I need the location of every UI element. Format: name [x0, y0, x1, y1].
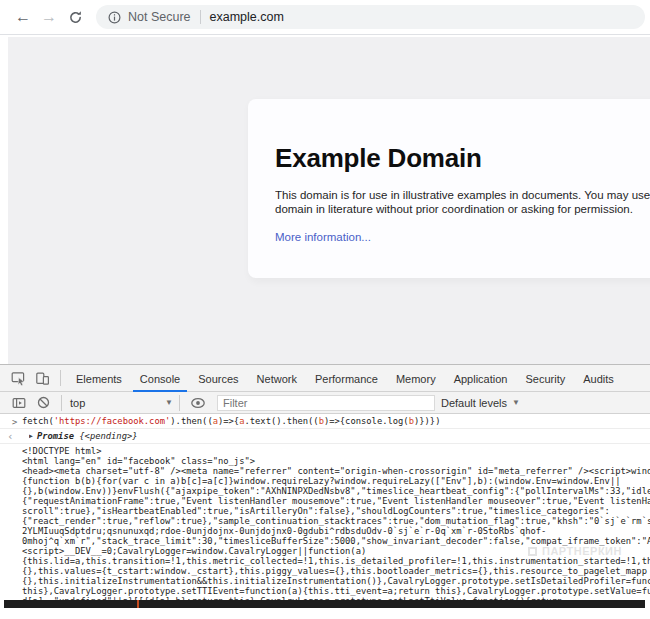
page-viewport: Example Domain This domain is for use in…: [0, 35, 650, 364]
page-paragraph: This domain is for use in illustrative e…: [275, 189, 650, 216]
watermark: ПАРТНЕРКИН: [528, 545, 622, 557]
result-pending-preview: {<pending>}: [79, 432, 137, 441]
console-return-icon: ‹: [7, 430, 14, 443]
tab-performance[interactable]: Performance: [306, 365, 387, 392]
bottom-bar-tick: [137, 600, 139, 608]
address-bar[interactable]: Not Secure example.com: [96, 5, 645, 29]
console-sidebar-icon[interactable]: [7, 391, 31, 415]
more-information-link[interactable]: More information...: [275, 231, 371, 243]
info-icon[interactable]: [108, 11, 121, 24]
tab-security[interactable]: Security: [516, 365, 574, 392]
console-prompt-icon: >: [12, 417, 17, 427]
context-selector-value: top: [70, 397, 85, 409]
page-title: Example Domain: [275, 143, 650, 174]
paragraph-line: This domain is for use in illustrative e…: [275, 189, 650, 203]
watermark-text: ПАРТНЕРКИН: [542, 545, 622, 557]
tab-memory[interactable]: Memory: [387, 365, 445, 392]
context-selector[interactable]: top ▼: [70, 397, 173, 409]
tab-elements[interactable]: Elements: [67, 365, 131, 392]
console-log-line: {},this.values={t_cstart:window._cstart}…: [22, 566, 650, 576]
console-log-line: this},CavalryLogger.prototype.setTTIEven…: [22, 586, 650, 596]
reload-icon-glyph: [68, 10, 83, 25]
expand-triangle-icon[interactable]: ▶: [29, 432, 33, 440]
console-log-line: {"react_render":true,"reflow":true},"sam…: [22, 516, 650, 526]
command-token-code: .text().then((: [244, 417, 318, 426]
address-bar-separator: [200, 10, 201, 24]
tab-sources[interactable]: Sources: [189, 365, 247, 392]
console-input-entry[interactable]: > fetch('https://facebook.com').then((a)…: [0, 414, 650, 429]
command-token-str: 'https://facebook.com': [54, 417, 171, 426]
chevron-down-icon: ▼: [165, 398, 173, 407]
command-token-code: ).then((: [170, 417, 212, 426]
console-result-entry[interactable]: ‹ ▶Promise {<pending>}: [0, 429, 650, 444]
back-icon[interactable]: ←: [10, 4, 36, 30]
console-log-line: {"requestAnimationFrame":true,"Event lis…: [22, 496, 650, 506]
console-command: fetch('https://facebook.com').then((a)=>…: [22, 417, 648, 426]
console-log-line: scroll":true},"isHeartbeatEnabled":true,…: [22, 506, 650, 516]
command-token-code: )=>{console.log(: [324, 417, 409, 426]
toolbar-separator: [179, 395, 180, 411]
console-log-line: <!DOCTYPE html>: [22, 446, 650, 456]
devtools-tab-bar: ElementsConsoleSourcesNetworkPerformance…: [0, 365, 650, 392]
bottom-cutoff-bar: [4, 600, 645, 608]
console-log-line: {},b(window.Env))}envFlush({"ajaxpipe_to…: [22, 486, 650, 496]
filter-input[interactable]: [217, 395, 435, 411]
tab-application[interactable]: Application: [445, 365, 517, 392]
console-log-line: <html lang="en" id="facebook" class="no_…: [22, 456, 650, 466]
live-expression-eye-icon[interactable]: [186, 391, 210, 415]
paragraph-line: domain in literature without prior coord…: [275, 203, 650, 217]
reload-icon[interactable]: [62, 4, 88, 30]
browser-toolbar: ← → Not Secure example.com: [0, 0, 650, 34]
device-toolbar-icon[interactable]: [30, 366, 54, 390]
console-log-line: {this.lid=a,this.transition=!1,this.metr…: [22, 556, 650, 566]
result-object-name[interactable]: Promise: [37, 432, 74, 441]
command-token-code: fetch(: [22, 417, 54, 426]
log-levels-selector[interactable]: Default levels ▼: [441, 397, 520, 409]
command-token-code: )=>{: [218, 417, 239, 426]
tab-console[interactable]: Console: [131, 365, 189, 392]
log-levels-value: Default levels: [441, 397, 507, 409]
forward-icon[interactable]: →: [36, 4, 62, 30]
toolbar-separator: [60, 370, 61, 386]
content-card: Example Domain This domain is for use in…: [248, 99, 650, 278]
url-text[interactable]: example.com: [210, 10, 284, 24]
devtools-panel: ElementsConsoleSourcesNetworkPerformance…: [0, 364, 650, 619]
security-status-label[interactable]: Not Secure: [128, 10, 191, 24]
console-log-line: 2YLMIuuqSdptdru;qsnunuxqd;rdoe-0unjdojnx…: [22, 526, 650, 536]
tab-audits[interactable]: Audits: [574, 365, 623, 392]
command-token-code: )})}): [414, 417, 440, 426]
console-log-line: {function b(b){for(var c in a)b[c]=a[c]}…: [22, 476, 650, 486]
console-log-line: {},this.initializeInstrumentation&&this.…: [22, 576, 650, 586]
console-output[interactable]: > fetch('https://facebook.com').then((a)…: [0, 414, 650, 606]
watermark-logo-icon: [528, 547, 537, 556]
clear-console-icon[interactable]: [31, 391, 55, 415]
browser-window: ← → Not Secure example.com Example Domai…: [0, 0, 650, 619]
inspect-element-icon[interactable]: [6, 366, 30, 390]
console-toolbar: top ▼ Default levels ▼: [0, 392, 650, 414]
devtools-tabs: ElementsConsoleSourcesNetworkPerformance…: [67, 365, 623, 391]
console-log-line: <head><meta charset="utf-8" /><meta name…: [22, 466, 650, 476]
tab-network[interactable]: Network: [248, 365, 306, 392]
toolbar-separator: [61, 395, 62, 411]
chevron-down-icon: ▼: [512, 398, 520, 407]
console-log-block[interactable]: <!DOCTYPE html><html lang="en" id="faceb…: [0, 444, 650, 606]
